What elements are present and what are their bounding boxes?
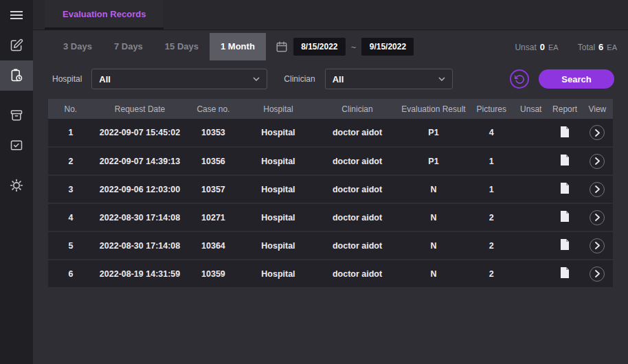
view-button[interactable]: [590, 154, 605, 169]
column-header: No.: [48, 99, 93, 119]
gear-icon: [10, 179, 23, 192]
calendar-icon: [276, 41, 288, 53]
column-header: Hospital: [240, 99, 316, 119]
cell-request-date: 2022-08-30 17:14:08: [93, 203, 187, 231]
refresh-button[interactable]: [510, 69, 529, 89]
cell-case-no: 10271: [186, 203, 240, 231]
topbar: Evaluation Records: [33, 0, 628, 30]
cell-result: N: [399, 175, 469, 203]
report-icon[interactable]: [560, 126, 570, 137]
chevron-right-icon: [595, 157, 600, 165]
cell-result: N: [399, 260, 469, 288]
column-header: Request Date: [93, 99, 187, 119]
cell-no: 2: [48, 147, 93, 175]
cell-unsat: [514, 231, 548, 260]
range-tab-3-days[interactable]: 3 Days: [52, 33, 103, 60]
cell-request-date: 2022-09-07 15:45:02: [93, 119, 187, 147]
cell-view: [582, 203, 613, 231]
hospital-select-value: All: [99, 74, 111, 84]
cell-clinician: doctor aidot: [316, 175, 398, 203]
page-title: Evaluation Records: [63, 9, 146, 19]
sidebar-item-settings[interactable]: [0, 170, 33, 201]
cell-clinician: doctor aidot: [316, 203, 398, 231]
clinician-select[interactable]: All: [325, 69, 453, 89]
cell-no: 4: [48, 203, 93, 231]
cell-hospital: Hospital: [240, 175, 316, 203]
cell-report: [548, 147, 581, 175]
date-to-input[interactable]: [361, 38, 414, 56]
column-header: Evaluation Result: [399, 99, 469, 119]
cell-case-no: 10364: [186, 231, 240, 260]
view-button[interactable]: [590, 266, 605, 282]
cell-result: N: [399, 203, 469, 231]
sidebar-item-archive[interactable]: [0, 100, 33, 130]
report-icon[interactable]: [560, 183, 570, 194]
cell-hospital: Hospital: [240, 260, 316, 288]
cell-view: [582, 175, 613, 203]
report-icon[interactable]: [560, 267, 570, 278]
table-row: 42022-08-30 17:14:0810271Hospitaldoctor …: [48, 203, 613, 231]
report-icon[interactable]: [560, 211, 570, 222]
search-button[interactable]: Search: [539, 69, 614, 89]
refresh-icon: [515, 74, 525, 84]
sidebar-item-evaluation-request[interactable]: [0, 30, 33, 60]
range-tab-15-days[interactable]: 15 Days: [154, 33, 210, 60]
range-tab-1-month[interactable]: 1 Month: [210, 33, 266, 60]
cell-case-no: 10356: [186, 147, 240, 175]
report-icon[interactable]: [560, 239, 570, 250]
chevron-right-icon: [595, 214, 600, 221]
cell-pictures: 1: [469, 175, 514, 203]
chevron-right-icon: [595, 185, 600, 193]
cell-report: [548, 203, 581, 231]
total-stat: Total 6 EA: [578, 42, 617, 52]
cell-hospital: Hospital: [240, 231, 316, 260]
view-button[interactable]: [590, 125, 605, 140]
unsat-label: Unsat: [515, 43, 536, 52]
cell-no: 3: [48, 175, 93, 203]
sidebar-menu-toggle[interactable]: [0, 0, 33, 30]
cell-hospital: Hospital: [240, 203, 316, 231]
cell-clinician: doctor aidot: [316, 260, 398, 288]
results-table: No.Request DateCase no.HospitalClinician…: [48, 99, 613, 288]
unsat-stat: Unsat 0 EA: [515, 42, 558, 52]
cell-view: [582, 147, 613, 175]
view-button[interactable]: [590, 182, 605, 197]
card-check-icon: [10, 139, 23, 152]
chevron-down-icon: [253, 77, 260, 81]
column-header: Clinician: [316, 99, 398, 119]
cell-pictures: 2: [469, 203, 514, 231]
cell-hospital: Hospital: [240, 147, 316, 175]
clinician-select-value: All: [333, 74, 344, 84]
cell-result: P1: [399, 147, 469, 175]
unsat-unit: EA: [548, 43, 559, 52]
table-row: 22022-09-07 14:39:1310356Hospitaldoctor …: [48, 147, 613, 175]
table-row: 32022-09-06 12:03:0010357Hospitaldoctor …: [48, 175, 613, 203]
hospital-label: Hospital: [52, 74, 82, 84]
table-row: 62022-08-19 14:31:5910359Hospitaldoctor …: [48, 260, 613, 288]
view-button[interactable]: [590, 238, 605, 253]
range-tab-7-days[interactable]: 7 Days: [103, 33, 154, 60]
clipboard-clock-icon: [10, 69, 23, 82]
tab-evaluation-records[interactable]: Evaluation Records: [45, 0, 164, 30]
date-from-input[interactable]: [293, 38, 346, 56]
cell-unsat: [514, 175, 548, 203]
chevron-down-icon: [438, 77, 445, 81]
column-header: View: [582, 99, 613, 119]
archive-icon: [10, 109, 23, 122]
column-header: Case no.: [186, 99, 240, 119]
cell-pictures: 2: [469, 260, 514, 288]
cell-view: [582, 231, 613, 260]
sidebar-item-results[interactable]: [0, 130, 33, 161]
cell-unsat: [514, 260, 548, 288]
view-button[interactable]: [590, 210, 605, 225]
column-header: Unsat: [514, 99, 548, 119]
report-icon[interactable]: [560, 155, 570, 166]
column-header: Pictures: [469, 99, 514, 119]
unsat-value: 0: [540, 42, 545, 52]
chevron-right-icon: [595, 129, 600, 137]
cell-case-no: 10357: [186, 175, 240, 203]
sidebar-item-evaluation-records[interactable]: [0, 60, 33, 91]
cell-unsat: [514, 203, 548, 231]
hospital-select[interactable]: All: [91, 69, 267, 89]
cell-report: [548, 175, 581, 203]
